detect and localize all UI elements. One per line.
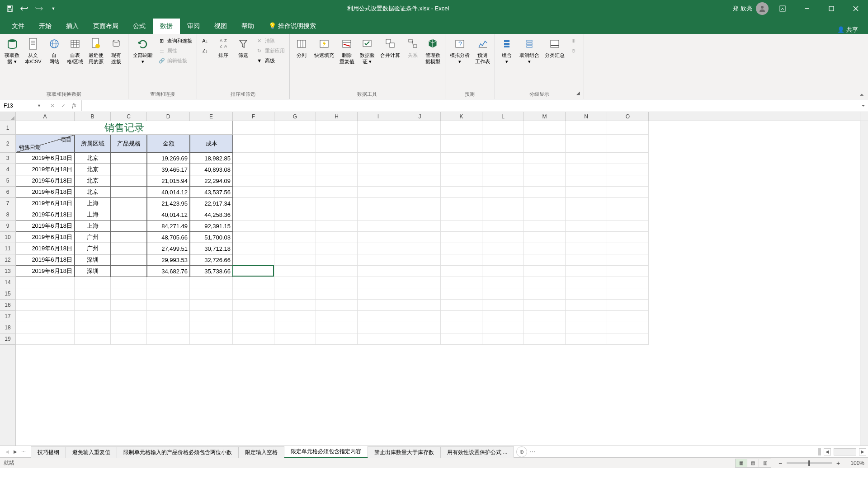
cell[interactable] [482,300,524,311]
cell[interactable] [607,209,649,221]
cell[interactable] [111,311,147,322]
cell[interactable] [16,288,75,300]
save-button[interactable] [4,2,16,15]
cell[interactable] [233,243,274,254]
sheet-tab-2[interactable]: 限制单元格输入的产品价格必须包含两位小数 [117,446,239,458]
cell[interactable] [566,254,607,266]
cell[interactable] [190,311,233,322]
row-header-6[interactable]: 6 [0,187,15,198]
cell-E10[interactable]: 51,700.03 [190,232,233,243]
cell[interactable] [233,187,274,198]
cell[interactable] [482,164,524,175]
cell[interactable] [358,232,399,243]
cell[interactable] [566,266,607,277]
cell[interactable] [316,153,358,164]
cell-E4[interactable]: 40,893.08 [190,164,233,175]
cell[interactable] [358,135,399,153]
cell-A12[interactable]: 2019年6月18日 [16,254,75,266]
sheet-tab-5[interactable]: 禁止出库数量大于库存数 [368,446,441,458]
cell-B9[interactable]: 上海 [75,221,111,232]
ribbon-sm-1-1-0[interactable]: ⊞查询和连接 [156,36,194,46]
cell[interactable] [399,243,441,254]
title-cell[interactable]: 销售记录 [16,121,233,135]
cell[interactable] [524,311,566,322]
zoom-in-button[interactable]: + [835,460,842,467]
col-header-J[interactable]: J [399,112,441,121]
cell[interactable] [566,333,607,345]
cell[interactable] [524,277,566,288]
cell[interactable] [358,187,399,198]
col-header-D[interactable]: D [147,112,190,121]
cell[interactable] [274,300,316,311]
col-header-B[interactable]: B [75,112,111,121]
cell-B5[interactable]: 北京 [75,175,111,187]
cell-C9[interactable] [111,221,147,232]
cell[interactable] [233,175,274,187]
cell[interactable] [482,135,524,153]
cell[interactable] [524,198,566,209]
tab-7[interactable]: 视图 [207,19,234,34]
ribbon-btn-0-2[interactable]: 自网站 [45,36,63,66]
cell[interactable] [566,232,607,243]
name-box-dropdown-icon[interactable]: ▼ [37,103,41,108]
cell[interactable] [190,322,233,333]
cell[interactable] [16,300,75,311]
cell[interactable] [524,322,566,333]
row-header-18[interactable]: 18 [0,322,15,333]
cell-A8[interactable]: 2019年6月18日 [16,209,75,221]
cell[interactable] [441,333,482,345]
cell-D9[interactable]: 84,271.49 [147,221,190,232]
row-header-17[interactable]: 17 [0,311,15,322]
cell[interactable] [399,209,441,221]
cell-C7[interactable] [111,198,147,209]
tab-3[interactable]: 页面布局 [86,19,126,34]
cell[interactable] [524,221,566,232]
cell[interactable] [399,187,441,198]
cell[interactable] [441,288,482,300]
cell[interactable] [274,135,316,153]
cell-B4[interactable]: 北京 [75,164,111,175]
header-1[interactable]: 产品规格 [111,135,147,153]
cell[interactable] [274,277,316,288]
ribbon-btn-3-6[interactable]: 管理数据模型 [424,36,442,66]
cell[interactable] [233,288,274,300]
cell-C5[interactable] [111,175,147,187]
cell[interactable] [441,164,482,175]
cell-A6[interactable]: 2019年6月18日 [16,187,75,198]
cell[interactable] [524,175,566,187]
cell-C3[interactable] [111,153,147,164]
cell[interactable] [482,121,524,135]
row-header-14[interactable]: 14 [0,277,15,288]
cell[interactable] [111,333,147,345]
cell[interactable] [358,333,399,345]
header-2[interactable]: 金额 [147,135,190,153]
cell[interactable] [441,311,482,322]
cell-C13[interactable] [111,266,147,277]
cell[interactable] [147,300,190,311]
ribbon-btn-2-1[interactable]: AZZA排序 [214,36,232,59]
sheet-tab-6[interactable]: 用有效性设置保护公式 ... [440,446,514,458]
cell[interactable] [316,300,358,311]
ribbon-btn-3-0[interactable]: 分列 [292,36,311,59]
cell-C6[interactable] [111,187,147,198]
cell[interactable] [274,243,316,254]
cell[interactable] [566,135,607,153]
row-header-15[interactable]: 15 [0,288,15,300]
cell[interactable] [566,288,607,300]
tab-0[interactable]: 文件 [5,19,32,34]
cell[interactable] [566,164,607,175]
col-header-G[interactable]: G [274,112,316,121]
cell[interactable] [566,311,607,322]
cell[interactable] [316,277,358,288]
header-0[interactable]: 所属区域 [75,135,111,153]
cell-A11[interactable]: 2019年6月18日 [16,243,75,254]
cell[interactable] [75,277,111,288]
row-header-5[interactable]: 5 [0,175,15,187]
formula-bar-expand[interactable]: ⏷ [859,103,868,108]
cell[interactable] [482,221,524,232]
cell[interactable] [482,277,524,288]
cell[interactable] [358,164,399,175]
cell[interactable] [233,311,274,322]
cell-A4[interactable]: 2019年6月18日 [16,164,75,175]
cell[interactable] [566,175,607,187]
